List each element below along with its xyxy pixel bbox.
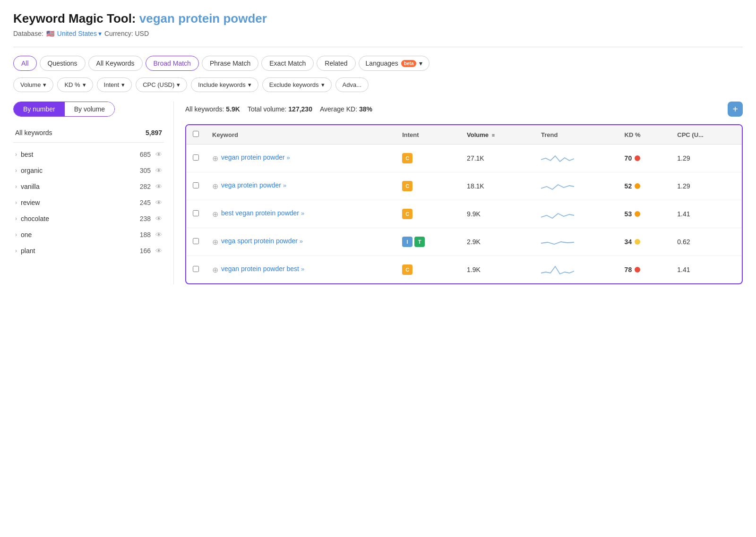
row4-intent-t: T xyxy=(414,237,425,247)
flag-icon: 🇺🇸 xyxy=(46,30,54,37)
filter-kd[interactable]: KD % ▾ xyxy=(57,77,93,92)
intent-chevron-icon: ▾ xyxy=(121,81,125,88)
eye-icon-chocolate[interactable]: 👁 xyxy=(155,215,162,222)
row1-intent-c: C xyxy=(402,153,412,163)
cpc-chevron-icon: ▾ xyxy=(177,81,180,88)
by-volume-toggle[interactable]: By volume xyxy=(65,102,114,116)
row1-keyword-cell: ⊕ vegan protein powder » xyxy=(206,145,395,172)
tab-broad-match[interactable]: Broad Match xyxy=(146,56,199,71)
row3-keyword-link[interactable]: ⊕ best vegan protein powder » xyxy=(212,209,389,219)
tab-all-keywords[interactable]: All Keywords xyxy=(88,56,143,71)
by-number-toggle[interactable]: By number xyxy=(14,102,65,116)
row4-checkbox-cell xyxy=(186,228,206,256)
sidebar-chevron-organic: › xyxy=(15,167,17,174)
tabs-row: All Questions All Keywords Broad Match P… xyxy=(13,56,743,71)
row5-kd-dot xyxy=(635,267,640,273)
row4-add-icon: ⊕ xyxy=(212,238,218,247)
row5-keyword-text: vegan protein powder best » xyxy=(221,265,304,273)
row1-keyword-link[interactable]: ⊕ vegan protein powder » xyxy=(212,153,389,163)
stats-kd-label: Average KD: 38% xyxy=(320,105,372,113)
row5-cpc: 1.41 xyxy=(670,256,742,284)
select-all-checkbox[interactable] xyxy=(193,131,199,137)
sidebar-chevron-vanilla: › xyxy=(15,183,17,190)
row4-checkbox[interactable] xyxy=(193,238,199,244)
row3-checkbox[interactable] xyxy=(193,210,199,216)
row2-kd-cell: 52 xyxy=(618,172,671,200)
sidebar-item-review[interactable]: › review 245 👁 xyxy=(13,195,164,211)
sidebar-item-chocolate[interactable]: › chocolate 238 👁 xyxy=(13,211,164,227)
sidebar-items-container: › best 685 👁 › organic 305 👁 xyxy=(13,146,164,259)
add-button[interactable]: + xyxy=(728,102,743,117)
row4-intent-cell: I T xyxy=(395,228,460,256)
row2-intent-cell: C xyxy=(395,172,460,200)
sidebar-item-count-plant: 166 xyxy=(140,247,151,255)
sidebar-chevron-plant: › xyxy=(15,247,17,254)
header-volume[interactable]: Volume ≡ xyxy=(460,125,534,145)
eye-icon-organic[interactable]: 👁 xyxy=(155,167,162,174)
eye-icon-best[interactable]: 👁 xyxy=(155,151,162,158)
eye-icon-one[interactable]: 👁 xyxy=(155,231,162,239)
sidebar-item-organic[interactable]: › organic 305 👁 xyxy=(13,162,164,179)
sidebar-item-one[interactable]: › one 188 👁 xyxy=(13,227,164,243)
sidebar-item-name-best: best xyxy=(21,151,33,158)
row2-cpc: 1.29 xyxy=(670,172,742,200)
row1-volume: 27.1K xyxy=(460,145,534,172)
row4-keyword-link[interactable]: ⊕ vega sport protein powder » xyxy=(212,237,389,247)
sidebar-item-best[interactable]: › best 685 👁 xyxy=(13,146,164,162)
db-label: Database: xyxy=(13,30,43,37)
row1-kd-cell: 70 xyxy=(618,145,671,172)
languages-button[interactable]: Languages beta ▾ xyxy=(359,56,430,71)
sidebar-item-vanilla[interactable]: › vanilla 282 👁 xyxy=(13,179,164,195)
row2-checkbox[interactable] xyxy=(193,182,199,188)
row5-keyword-link[interactable]: ⊕ vegan protein powder best » xyxy=(212,265,389,274)
row1-cpc: 1.29 xyxy=(670,145,742,172)
filter-cpc[interactable]: CPC (USD) ▾ xyxy=(136,77,187,92)
table-header: Keyword Intent Volume ≡ Trend KD % CPC (… xyxy=(186,125,742,145)
row5-checkbox[interactable] xyxy=(193,266,199,272)
row4-kd-cell: 34 xyxy=(618,228,671,256)
subtitle-row: Database: 🇺🇸 United States ▾ Currency: U… xyxy=(13,30,743,37)
row2-keyword-link[interactable]: ⊕ vega protein powder » xyxy=(212,181,389,191)
eye-icon-vanilla[interactable]: 👁 xyxy=(155,183,162,190)
eye-icon-review[interactable]: 👁 xyxy=(155,199,162,206)
eye-icon-plant[interactable]: 👁 xyxy=(155,247,162,255)
filter-include-keywords[interactable]: Include keywords ▾ xyxy=(191,77,258,92)
tab-phrase-match[interactable]: Phrase Match xyxy=(202,56,258,71)
row5-intent-c: C xyxy=(402,264,412,275)
row3-add-icon: ⊕ xyxy=(212,210,218,219)
row3-keyword-cell: ⊕ best vegan protein powder » xyxy=(206,200,395,228)
filter-intent[interactable]: Intent ▾ xyxy=(97,77,132,92)
main-content: By number By volume All keywords 5,897 ›… xyxy=(13,102,743,284)
tab-all[interactable]: All xyxy=(13,56,37,71)
row2-checkbox-cell xyxy=(186,172,206,200)
page-title: Keyword Magic Tool: vegan protein powder xyxy=(13,11,743,26)
row1-checkbox[interactable] xyxy=(193,154,199,161)
database-link[interactable]: United States ▾ xyxy=(57,30,102,37)
tab-questions[interactable]: Questions xyxy=(40,56,86,71)
sidebar-item-plant[interactable]: › plant 166 👁 xyxy=(13,243,164,259)
tab-exact-match[interactable]: Exact Match xyxy=(261,56,314,71)
row3-kd-value: 53 xyxy=(625,210,632,218)
row3-kd-cell: 53 xyxy=(618,200,671,228)
sidebar-item-name-organic: organic xyxy=(21,167,43,174)
volume-sort-icon: ≡ xyxy=(492,132,495,138)
row2-add-icon: ⊕ xyxy=(212,182,218,191)
filter-advanced[interactable]: Adva... xyxy=(335,77,369,92)
sidebar-item-name-review: review xyxy=(21,199,40,206)
query-label: vegan protein powder xyxy=(139,11,267,26)
row4-volume: 2.9K xyxy=(460,228,534,256)
filter-volume[interactable]: Volume ▾ xyxy=(13,77,53,92)
row1-kd-value: 70 xyxy=(625,154,632,162)
sidebar-chevron-review: › xyxy=(15,199,17,206)
row3-kd-dot xyxy=(635,211,640,217)
keyword-table: Keyword Intent Volume ≡ Trend KD % CPC (… xyxy=(186,125,742,283)
tab-related[interactable]: Related xyxy=(317,56,355,71)
filters-row: Volume ▾ KD % ▾ Intent ▾ CPC (USD) ▾ Inc… xyxy=(13,77,743,92)
table-row: ⊕ best vegan protein powder » C 9.9K xyxy=(186,200,742,228)
row4-arrows: » xyxy=(300,238,303,245)
row2-arrows: » xyxy=(283,182,286,189)
row1-trend xyxy=(534,145,618,172)
sidebar-chevron-one: › xyxy=(15,231,17,238)
header-checkbox-cell xyxy=(186,125,206,145)
filter-exclude-keywords[interactable]: Exclude keywords ▾ xyxy=(262,77,332,92)
